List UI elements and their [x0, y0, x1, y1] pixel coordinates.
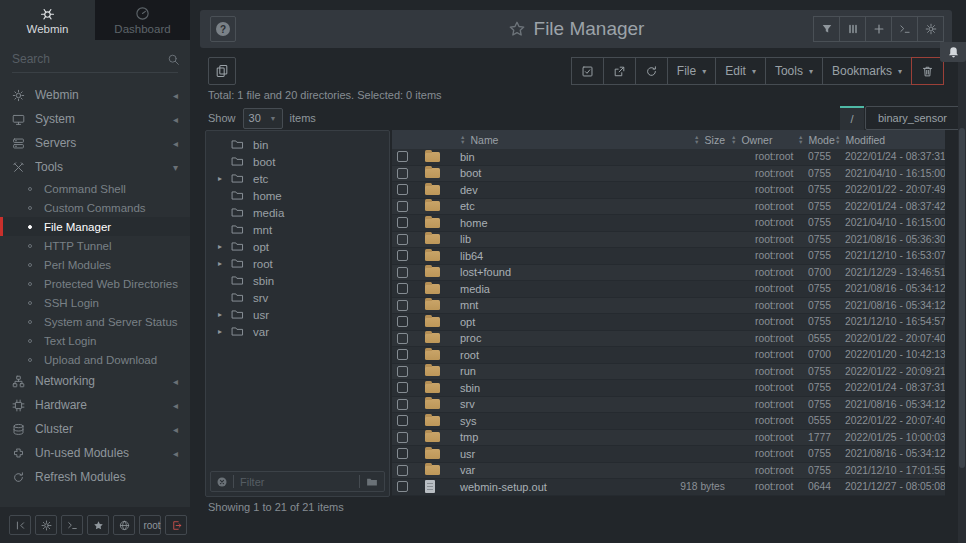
row-checkbox[interactable]: [397, 267, 408, 278]
table-row-var[interactable]: var root:root 0755 2021/12/10 - 17:01:55: [392, 463, 945, 480]
select-all-button[interactable]: [571, 57, 604, 85]
row-checkbox[interactable]: [397, 234, 408, 245]
expand-arrow-icon[interactable]: [218, 310, 231, 319]
table-row-media[interactable]: media root:root 0755 2021/08/16 - 05:34:…: [392, 281, 945, 298]
sort-icon[interactable]: [798, 135, 803, 144]
tree-item-media[interactable]: media: [206, 204, 389, 221]
search-input[interactable]: [12, 52, 167, 66]
table-row-tmp[interactable]: tmp root:root 1777 2022/01/25 - 10:00:03: [392, 430, 945, 447]
tools-menu-button[interactable]: Tools▾: [765, 57, 823, 85]
help-button[interactable]: ?: [210, 16, 236, 42]
tree-item-opt[interactable]: opt: [206, 238, 389, 255]
sidebar-item-http-tunnel[interactable]: HTTP Tunnel: [0, 236, 190, 255]
sidebar-item-perl-modules[interactable]: Perl Modules: [0, 255, 190, 274]
language-button[interactable]: [113, 515, 135, 535]
sidebar-item-system[interactable]: System ◂: [0, 107, 190, 131]
row-checkbox[interactable]: [397, 465, 408, 476]
expand-arrow-icon[interactable]: [218, 174, 231, 183]
sort-icon[interactable]: [694, 135, 699, 144]
tree-item-boot[interactable]: boot: [206, 153, 389, 170]
table-row-bin[interactable]: bin root:root 0755 2022/01/24 - 08:37:31: [392, 149, 945, 166]
table-row-sys[interactable]: sys root:root 0555 2022/01/22 - 20:07:40: [392, 413, 945, 430]
table-row-lib[interactable]: lib root:root 0755 2021/08/16 - 05:36:30: [392, 232, 945, 249]
tree-item-sbin[interactable]: sbin: [206, 272, 389, 289]
user-button[interactable]: root: [139, 515, 161, 535]
logout-button[interactable]: [165, 515, 187, 535]
sidebar-item-upload-and-download[interactable]: Upload and Download: [0, 350, 190, 369]
tree-item-mnt[interactable]: mnt: [206, 221, 389, 238]
row-checkbox[interactable]: [397, 316, 408, 327]
column-header-name[interactable]: Name: [452, 134, 645, 146]
row-checkbox[interactable]: [397, 448, 408, 459]
sidebar-item-file-manager[interactable]: File Manager: [0, 217, 190, 236]
expand-arrow-icon[interactable]: [218, 327, 231, 336]
row-checkbox[interactable]: [397, 481, 408, 492]
row-checkbox[interactable]: [397, 333, 408, 344]
row-checkbox[interactable]: [397, 432, 408, 443]
sort-icon[interactable]: [731, 135, 736, 144]
row-checkbox[interactable]: [397, 349, 408, 360]
row-checkbox[interactable]: [397, 283, 408, 294]
table-row-srv[interactable]: srv root:root 0755 2021/08/16 - 05:34:12: [392, 397, 945, 414]
page-scrollbar[interactable]: [958, 48, 966, 543]
sidebar-item-refresh-modules[interactable]: Refresh Modules: [0, 465, 190, 489]
sidebar-item-command-shell[interactable]: Command Shell: [0, 179, 190, 198]
row-checkbox[interactable]: [397, 217, 408, 228]
tree-item-bin[interactable]: bin: [206, 136, 389, 153]
copy-path-button[interactable]: [208, 57, 236, 85]
tree-item-var[interactable]: var: [206, 323, 389, 340]
row-checkbox[interactable]: [397, 168, 408, 179]
columns-button[interactable]: [839, 16, 866, 42]
table-row-lib64[interactable]: lib64 root:root 0755 2021/12/10 - 16:53:…: [392, 248, 945, 265]
table-row-boot[interactable]: boot root:root 0755 2021/04/10 - 16:15:0…: [392, 166, 945, 183]
notifications-tab[interactable]: [940, 42, 966, 62]
page-size-select[interactable]: 30 ▼: [243, 108, 283, 129]
sidebar-item-system-and-server-status[interactable]: System and Server Status: [0, 312, 190, 331]
settings-button[interactable]: [917, 16, 944, 42]
expand-arrow-icon[interactable]: [218, 242, 231, 251]
file-menu-button[interactable]: File▾: [667, 57, 716, 85]
table-row-sbin[interactable]: sbin root:root 0755 2022/01/24 - 08:37:3…: [392, 380, 945, 397]
table-row-opt[interactable]: opt root:root 0755 2021/12/10 - 16:54:57: [392, 314, 945, 331]
sidebar-item-servers[interactable]: Servers ◂: [0, 131, 190, 155]
sidebar-item-networking[interactable]: Networking ◂: [0, 369, 190, 393]
export-button[interactable]: [603, 57, 636, 85]
filter-button[interactable]: [813, 16, 840, 42]
row-checkbox[interactable]: [397, 382, 408, 393]
sort-icon[interactable]: [835, 135, 840, 144]
theme-toggle-button[interactable]: [35, 515, 57, 535]
table-row-proc[interactable]: proc root:root 0555 2022/01/22 - 20:07:4…: [392, 331, 945, 348]
clear-filter-icon[interactable]: [216, 476, 228, 488]
table-row-mnt[interactable]: mnt root:root 0755 2021/08/16 - 05:34:12: [392, 298, 945, 315]
sidebar-item-tools[interactable]: Tools ▾: [0, 155, 190, 179]
row-checkbox[interactable]: [397, 300, 408, 311]
edit-menu-button[interactable]: Edit▾: [715, 57, 766, 85]
row-checkbox[interactable]: [397, 151, 408, 162]
row-checkbox[interactable]: [397, 415, 408, 426]
sidebar-item-protected-web-directories[interactable]: Protected Web Directories: [0, 274, 190, 293]
table-row-etc[interactable]: etc root:root 0755 2022/01/24 - 08:37:42: [392, 199, 945, 216]
favorites-button[interactable]: [87, 515, 109, 535]
row-checkbox[interactable]: [397, 366, 408, 377]
sidebar-item-hardware[interactable]: Hardware ◂: [0, 393, 190, 417]
tree-filter-input[interactable]: [234, 476, 359, 488]
tab-dashboard[interactable]: Dashboard: [95, 0, 190, 40]
row-checkbox[interactable]: [397, 184, 408, 195]
breadcrumb-current[interactable]: binary_sensor: [865, 106, 960, 130]
column-header-size[interactable]: Size: [645, 134, 737, 146]
row-checkbox[interactable]: [397, 201, 408, 212]
add-button[interactable]: [865, 16, 892, 42]
tree-item-srv[interactable]: srv: [206, 289, 389, 306]
row-checkbox[interactable]: [397, 399, 408, 410]
folder-filter-icon[interactable]: [366, 476, 378, 488]
tab-webmin[interactable]: Webmin: [0, 0, 95, 40]
table-row-home[interactable]: home root:root 0755 2021/04/10 - 16:15:0…: [392, 215, 945, 232]
row-checkbox[interactable]: [397, 250, 408, 261]
sidebar-item-cluster[interactable]: Cluster ◂: [0, 417, 190, 441]
terminal-button[interactable]: [61, 515, 83, 535]
table-row-webmin-setup-out[interactable]: webmin-setup.out 918 bytes root:root 064…: [392, 479, 945, 496]
table-row-root[interactable]: root root:root 0700 2022/01/20 - 10:42:1…: [392, 347, 945, 364]
sidebar-item-ssh-login[interactable]: SSH Login: [0, 293, 190, 312]
scrollbar-thumb[interactable]: [959, 128, 965, 468]
sidebar-item-webmin[interactable]: Webmin ◂: [0, 83, 190, 107]
